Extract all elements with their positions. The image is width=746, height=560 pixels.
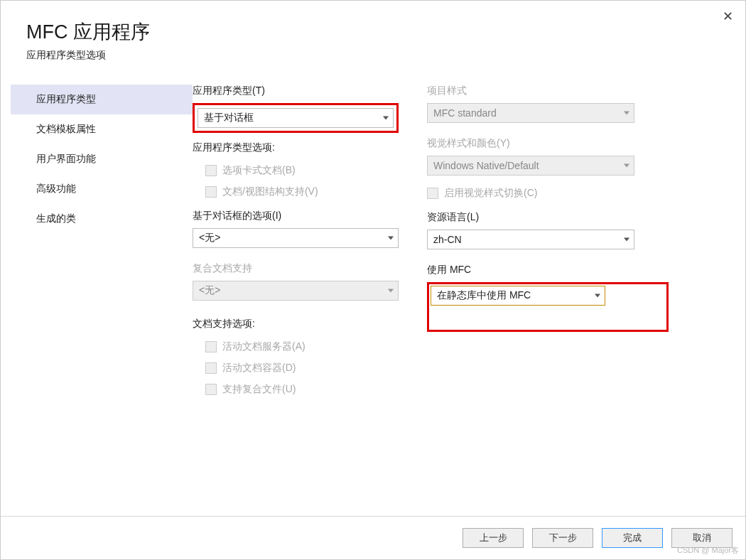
chevron-down-icon [595,294,600,298]
sidebar-item-generated-classes[interactable]: 生成的类 [11,204,193,234]
app-type-options-label: 应用程序类型选项: [193,141,399,154]
chevron-down-icon [388,289,394,293]
support-compound-label: 支持复合文件(U) [222,383,296,396]
use-mfc-label: 使用 MFC [427,264,634,276]
next-button[interactable]: 下一步 [532,528,593,548]
compound-select: <无> [193,281,399,301]
enable-visual-switch-checkbox: 启用视觉样式切换(C) [427,187,634,200]
chevron-down-icon [624,238,629,242]
right-column: 项目样式 MFC standard 视觉样式和颜色(Y) Windows Nat… [427,85,634,516]
chevron-down-icon [624,164,629,168]
compound-value: <无> [199,284,220,297]
checkbox-icon [205,341,217,352]
active-container-checkbox: 活动文档容器(D) [205,362,399,375]
content: 应用程序类型(T) 基于对话框 应用程序类型选项: 选项卡式文档(B) 文档/视… [193,85,745,516]
app-type-value: 基于对话框 [204,112,254,124]
visual-style-value: Windows Native/Default [433,160,539,171]
project-style-select: MFC standard [427,103,634,123]
page-subtitle: 应用程序类型选项 [26,49,720,62]
checkbox-icon [205,186,217,198]
finish-button[interactable]: 完成 [602,528,663,548]
dialog-options-value: <无> [199,232,220,244]
page-title: MFC 应用程序 [26,19,720,45]
checkbox-icon [205,362,217,374]
active-container-label: 活动文档容器(D) [222,362,296,375]
app-type-label: 应用程序类型(T) [193,85,399,97]
compound-label: 复合文档支持 [193,262,399,275]
app-type-highlight: 基于对话框 [193,103,399,133]
left-column: 应用程序类型(T) 基于对话框 应用程序类型选项: 选项卡式文档(B) 文档/视… [193,85,399,516]
wizard-dialog: ✕ MFC 应用程序 应用程序类型选项 应用程序类型 文档模板属性 用户界面功能… [0,0,746,560]
watermark: CSDN @ Major客 [677,545,739,556]
resource-lang-select[interactable]: zh-CN [427,230,634,249]
project-style-value: MFC standard [433,107,497,119]
footer: 上一步 下一步 完成 取消 [1,516,745,559]
sidebar-item-doc-template[interactable]: 文档模板属性 [11,114,193,144]
active-server-label: 活动文档服务器(A) [222,340,306,353]
use-mfc-value: 在静态库中使用 MFC [437,289,531,302]
checkbox-icon [205,384,217,395]
body: 应用程序类型 文档模板属性 用户界面功能 高级功能 生成的类 应用程序类型(T)… [1,72,745,516]
doc-support-label: 文档支持选项: [193,318,399,330]
enable-visual-switch-label: 启用视觉样式切换(C) [444,187,537,200]
checkbox-icon [205,165,217,176]
app-type-select[interactable]: 基于对话框 [198,108,394,128]
checkbox-icon [427,188,438,199]
active-server-checkbox: 活动文档服务器(A) [205,340,399,353]
dialog-options-label: 基于对话框的选项(I) [193,210,399,222]
sidebar: 应用程序类型 文档模板属性 用户界面功能 高级功能 生成的类 [1,85,193,516]
close-button[interactable]: ✕ [723,9,733,24]
project-style-label: 项目样式 [427,85,634,97]
chevron-down-icon [388,237,394,240]
back-button[interactable]: 上一步 [463,528,524,548]
sidebar-item-app-type[interactable]: 应用程序类型 [11,85,193,114]
dialog-options-select[interactable]: <无> [193,228,399,248]
tabbed-doc-checkbox: 选项卡式文档(B) [205,164,399,177]
header: MFC 应用程序 应用程序类型选项 [1,1,745,72]
visual-style-select: Windows Native/Default [427,156,634,176]
sidebar-item-ui-features[interactable]: 用户界面功能 [11,144,193,174]
resource-lang-label: 资源语言(L) [427,211,634,224]
use-mfc-select[interactable]: 在静态库中使用 MFC [431,286,605,306]
docview-label: 文档/视图结构支持(V) [222,185,318,198]
sidebar-item-advanced[interactable]: 高级功能 [11,174,193,204]
chevron-down-icon [624,112,629,115]
visual-style-label: 视觉样式和颜色(Y) [427,137,634,150]
support-compound-checkbox: 支持复合文件(U) [205,383,399,396]
docview-checkbox: 文档/视图结构支持(V) [205,185,399,198]
chevron-down-icon [383,117,389,120]
use-mfc-highlight: 在静态库中使用 MFC [427,282,669,332]
resource-lang-value: zh-CN [433,234,462,245]
tabbed-doc-label: 选项卡式文档(B) [222,164,296,177]
